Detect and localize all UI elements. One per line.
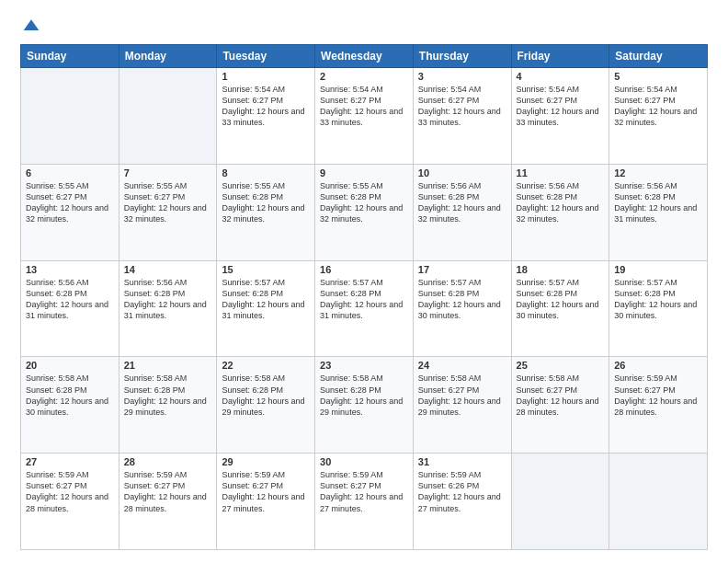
calendar-cell: [511, 454, 609, 550]
calendar-week-row: 1Sunrise: 5:54 AM Sunset: 6:27 PM Daylig…: [21, 68, 708, 165]
calendar-cell: 31Sunrise: 5:59 AM Sunset: 6:26 PM Dayli…: [413, 454, 511, 550]
day-info: Sunrise: 5:58 AM Sunset: 6:28 PM Dayligh…: [320, 373, 408, 418]
calendar-cell: 2Sunrise: 5:54 AM Sunset: 6:27 PM Daylig…: [315, 68, 414, 165]
day-number: 24: [418, 360, 506, 371]
day-number: 2: [320, 71, 408, 82]
day-info: Sunrise: 5:59 AM Sunset: 6:27 PM Dayligh…: [124, 469, 212, 514]
day-info: Sunrise: 5:59 AM Sunset: 6:27 PM Dayligh…: [320, 469, 408, 514]
calendar-header-wednesday: Wednesday: [315, 45, 414, 68]
calendar-header-monday: Monday: [119, 45, 217, 68]
day-number: 16: [320, 264, 408, 275]
day-info: Sunrise: 5:59 AM Sunset: 6:27 PM Dayligh…: [222, 469, 310, 514]
calendar-header-thursday: Thursday: [413, 45, 511, 68]
day-number: 21: [124, 360, 212, 371]
calendar-cell: 4Sunrise: 5:54 AM Sunset: 6:27 PM Daylig…: [511, 68, 609, 165]
day-info: Sunrise: 5:57 AM Sunset: 6:28 PM Dayligh…: [320, 277, 408, 322]
logo-icon: [22, 17, 40, 35]
calendar-header-row: SundayMondayTuesdayWednesdayThursdayFrid…: [21, 45, 708, 68]
day-info: Sunrise: 5:56 AM Sunset: 6:28 PM Dayligh…: [517, 180, 605, 225]
day-info: Sunrise: 5:57 AM Sunset: 6:28 PM Dayligh…: [614, 277, 702, 322]
day-info: Sunrise: 5:58 AM Sunset: 6:27 PM Dayligh…: [517, 373, 605, 418]
day-number: 4: [517, 71, 605, 82]
day-number: 20: [26, 360, 114, 371]
calendar-cell: 10Sunrise: 5:56 AM Sunset: 6:28 PM Dayli…: [413, 164, 511, 260]
day-number: 17: [418, 264, 506, 275]
day-number: 10: [418, 167, 506, 178]
day-info: Sunrise: 5:54 AM Sunset: 6:27 PM Dayligh…: [418, 84, 506, 129]
calendar-cell: 13Sunrise: 5:56 AM Sunset: 6:28 PM Dayli…: [21, 260, 119, 357]
day-info: Sunrise: 5:58 AM Sunset: 6:28 PM Dayligh…: [26, 373, 114, 418]
calendar-week-row: 20Sunrise: 5:58 AM Sunset: 6:28 PM Dayli…: [21, 357, 708, 454]
calendar-week-row: 6Sunrise: 5:55 AM Sunset: 6:27 PM Daylig…: [21, 164, 708, 260]
calendar-cell: 27Sunrise: 5:59 AM Sunset: 6:27 PM Dayli…: [21, 454, 119, 550]
calendar-cell: 26Sunrise: 5:59 AM Sunset: 6:27 PM Dayli…: [609, 357, 708, 454]
day-info: Sunrise: 5:58 AM Sunset: 6:28 PM Dayligh…: [124, 373, 212, 418]
day-number: 18: [517, 264, 605, 275]
day-info: Sunrise: 5:54 AM Sunset: 6:27 PM Dayligh…: [517, 84, 605, 129]
calendar-cell: 6Sunrise: 5:55 AM Sunset: 6:27 PM Daylig…: [21, 164, 119, 260]
header: [20, 17, 708, 35]
day-number: 3: [418, 71, 506, 82]
day-number: 8: [222, 167, 310, 178]
calendar-cell: 21Sunrise: 5:58 AM Sunset: 6:28 PM Dayli…: [119, 357, 217, 454]
calendar-cell: 28Sunrise: 5:59 AM Sunset: 6:27 PM Dayli…: [119, 454, 217, 550]
calendar-cell: 8Sunrise: 5:55 AM Sunset: 6:28 PM Daylig…: [217, 164, 315, 260]
calendar-cell: 18Sunrise: 5:57 AM Sunset: 6:28 PM Dayli…: [511, 260, 609, 357]
day-info: Sunrise: 5:56 AM Sunset: 6:28 PM Dayligh…: [614, 180, 702, 225]
day-info: Sunrise: 5:58 AM Sunset: 6:27 PM Dayligh…: [418, 373, 506, 418]
day-number: 5: [614, 71, 702, 82]
day-number: 31: [418, 456, 506, 467]
day-info: Sunrise: 5:57 AM Sunset: 6:28 PM Dayligh…: [222, 277, 310, 322]
calendar-week-row: 13Sunrise: 5:56 AM Sunset: 6:28 PM Dayli…: [21, 260, 708, 357]
calendar-cell: 15Sunrise: 5:57 AM Sunset: 6:28 PM Dayli…: [217, 260, 315, 357]
day-number: 25: [517, 360, 605, 371]
calendar-cell: 22Sunrise: 5:58 AM Sunset: 6:28 PM Dayli…: [217, 357, 315, 454]
calendar-cell: 30Sunrise: 5:59 AM Sunset: 6:27 PM Dayli…: [315, 454, 414, 550]
calendar-header-friday: Friday: [511, 45, 609, 68]
calendar-cell: 3Sunrise: 5:54 AM Sunset: 6:27 PM Daylig…: [413, 68, 511, 165]
calendar-cell: 17Sunrise: 5:57 AM Sunset: 6:28 PM Dayli…: [413, 260, 511, 357]
day-number: 27: [26, 456, 114, 467]
day-info: Sunrise: 5:58 AM Sunset: 6:28 PM Dayligh…: [222, 373, 310, 418]
day-number: 29: [222, 456, 310, 467]
calendar-cell: 1Sunrise: 5:54 AM Sunset: 6:27 PM Daylig…: [217, 68, 315, 165]
calendar-header-tuesday: Tuesday: [217, 45, 315, 68]
day-info: Sunrise: 5:55 AM Sunset: 6:27 PM Dayligh…: [26, 180, 114, 225]
day-info: Sunrise: 5:55 AM Sunset: 6:28 PM Dayligh…: [222, 180, 310, 225]
day-info: Sunrise: 5:54 AM Sunset: 6:27 PM Dayligh…: [614, 84, 702, 129]
calendar-cell: 14Sunrise: 5:56 AM Sunset: 6:28 PM Dayli…: [119, 260, 217, 357]
day-number: 28: [124, 456, 212, 467]
day-number: 30: [320, 456, 408, 467]
day-number: 19: [614, 264, 702, 275]
calendar-cell: 24Sunrise: 5:58 AM Sunset: 6:27 PM Dayli…: [413, 357, 511, 454]
day-number: 26: [614, 360, 702, 371]
calendar-cell: [119, 68, 217, 165]
calendar-header-sunday: Sunday: [21, 45, 119, 68]
svg-marker-0: [24, 19, 40, 30]
calendar-week-row: 27Sunrise: 5:59 AM Sunset: 6:27 PM Dayli…: [21, 454, 708, 550]
calendar-cell: [609, 454, 708, 550]
day-number: 9: [320, 167, 408, 178]
calendar-cell: 7Sunrise: 5:55 AM Sunset: 6:27 PM Daylig…: [119, 164, 217, 260]
day-number: 6: [26, 167, 114, 178]
day-info: Sunrise: 5:54 AM Sunset: 6:27 PM Dayligh…: [320, 84, 408, 129]
calendar-cell: 29Sunrise: 5:59 AM Sunset: 6:27 PM Dayli…: [217, 454, 315, 550]
day-info: Sunrise: 5:56 AM Sunset: 6:28 PM Dayligh…: [124, 277, 212, 322]
calendar-header-saturday: Saturday: [609, 45, 708, 68]
calendar-cell: 11Sunrise: 5:56 AM Sunset: 6:28 PM Dayli…: [511, 164, 609, 260]
day-info: Sunrise: 5:56 AM Sunset: 6:28 PM Dayligh…: [418, 180, 506, 225]
day-number: 11: [517, 167, 605, 178]
calendar-cell: 23Sunrise: 5:58 AM Sunset: 6:28 PM Dayli…: [315, 357, 414, 454]
logo: [20, 17, 40, 35]
day-info: Sunrise: 5:59 AM Sunset: 6:27 PM Dayligh…: [26, 469, 114, 514]
calendar-cell: 16Sunrise: 5:57 AM Sunset: 6:28 PM Dayli…: [315, 260, 414, 357]
day-number: 23: [320, 360, 408, 371]
day-info: Sunrise: 5:55 AM Sunset: 6:27 PM Dayligh…: [124, 180, 212, 225]
calendar-cell: 25Sunrise: 5:58 AM Sunset: 6:27 PM Dayli…: [511, 357, 609, 454]
calendar-cell: 19Sunrise: 5:57 AM Sunset: 6:28 PM Dayli…: [609, 260, 708, 357]
day-number: 1: [222, 71, 310, 82]
day-number: 14: [124, 264, 212, 275]
day-info: Sunrise: 5:57 AM Sunset: 6:28 PM Dayligh…: [418, 277, 506, 322]
day-info: Sunrise: 5:57 AM Sunset: 6:28 PM Dayligh…: [517, 277, 605, 322]
calendar-cell: 5Sunrise: 5:54 AM Sunset: 6:27 PM Daylig…: [609, 68, 708, 165]
